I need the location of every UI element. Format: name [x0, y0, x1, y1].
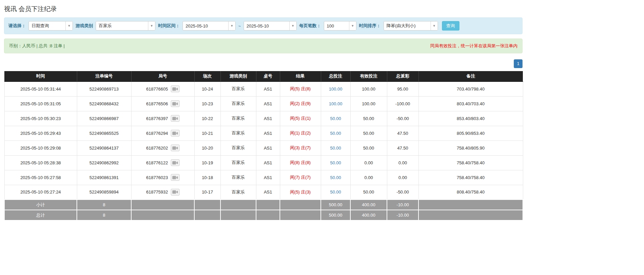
query-type-value: 日期查询 — [29, 21, 65, 30]
table-row: 2025-05-10 05:30:23522490866987618776397… — [4, 111, 523, 126]
per-page-dropdown[interactable]: 100 ▼ — [324, 21, 356, 31]
query-type-label: 请选择： — [8, 23, 26, 29]
cell-time: 2025-05-10 05:27:24 — [4, 185, 77, 200]
cell-time: 2025-05-10 05:31:44 — [4, 81, 77, 96]
cell-total-bet: 100.00 — [321, 96, 350, 111]
video-replay-icon[interactable] — [171, 189, 180, 196]
cell-result: 闲(5) 庄(8) — [280, 81, 321, 96]
round-number-with-replay: 618776122 — [146, 159, 179, 166]
video-replay-icon[interactable] — [171, 159, 180, 166]
cell-total-bet: 50.00 — [321, 141, 350, 155]
betting-records-table: 时间注单编号局号场次游戏类别桌号结果总投注有效投注总派彩备注 2025-05-1… — [4, 71, 523, 221]
pagination: 1 — [4, 59, 523, 68]
cell-bet-id: 522490865525 — [77, 126, 131, 141]
round-number-with-replay: 618776202 — [146, 145, 179, 151]
column-header-1: 注单编号 — [77, 71, 131, 81]
cell-result: 闲(8) 庄(8) — [280, 155, 321, 170]
page-button-1[interactable]: 1 — [514, 59, 523, 68]
game-type-value: 百家乐 — [96, 21, 148, 30]
total-bet-link[interactable]: 50.00 — [330, 160, 341, 165]
cell-result: 闲(7) 庄(7) — [280, 170, 321, 185]
video-replay-icon[interactable] — [171, 145, 180, 151]
filter-bar: 请选择： 日期查询 ▼ 游戏类别 百家乐 ▼ 时间区间： 2025-05-10 … — [4, 17, 523, 34]
result-banker: 庄(3) — [301, 189, 311, 195]
total-empty — [280, 210, 321, 220]
cell-game-type: 百家乐 — [220, 111, 256, 126]
date-to-input[interactable]: 2025-05-10 ▼ — [244, 21, 297, 31]
cell-result: 闲(5) 庄(1) — [280, 111, 321, 126]
video-replay-icon[interactable] — [171, 100, 180, 107]
cell-payout: 0.00 — [387, 170, 418, 185]
chevron-down-icon[interactable]: ▼ — [65, 21, 72, 30]
cell-result: 闲(5) 庄(3) — [280, 185, 321, 200]
cell-bet-id: 522490866987 — [77, 111, 131, 126]
total-bet-link[interactable]: 50.00 — [330, 146, 341, 151]
game-type-dropdown[interactable]: 百家乐 ▼ — [96, 21, 155, 31]
search-button[interactable]: 查询 — [442, 21, 459, 31]
cell-round: 618775932 — [131, 185, 194, 200]
per-page-value: 100 — [324, 21, 349, 30]
cell-result: 闲(2) 庄(9) — [280, 96, 321, 111]
round-number: 618776506 — [146, 101, 168, 106]
cell-table-no: AS1 — [256, 141, 280, 155]
table-row: 2025-05-10 05:29:08522490864137618776202… — [4, 141, 523, 155]
cell-payout: -100.00 — [387, 96, 418, 111]
chevron-down-icon[interactable]: ▼ — [148, 21, 155, 30]
cell-game-type: 百家乐 — [220, 96, 256, 111]
table-row: 2025-05-10 05:29:43522490865525618776294… — [4, 126, 523, 141]
column-header-3: 场次 — [194, 71, 220, 81]
total-bet-link[interactable]: 100.00 — [329, 87, 342, 92]
cell-total-bet: 100.00 — [321, 81, 350, 96]
subtotal-valid-bet: 400.00 — [350, 200, 387, 210]
video-replay-icon[interactable] — [171, 174, 180, 181]
cell-valid-bet: 50.00 — [350, 126, 387, 141]
cell-total-bet: 50.00 — [321, 170, 350, 185]
total-empty — [220, 210, 256, 220]
per-page-label: 每页笔数： — [299, 23, 321, 29]
chevron-down-icon[interactable]: ▼ — [349, 21, 356, 30]
video-replay-icon[interactable] — [171, 130, 180, 136]
total-payout: -10.00 — [387, 210, 418, 220]
total-bet-link[interactable]: 50.00 — [330, 189, 341, 195]
sort-dropdown[interactable]: 降幂(由大到小) ▼ — [384, 21, 438, 31]
chevron-down-icon[interactable]: ▼ — [431, 21, 438, 30]
date-from-input[interactable]: 2025-05-10 ▼ — [183, 21, 236, 31]
total-bet-link[interactable]: 100.00 — [329, 101, 342, 106]
round-number-with-replay: 618776506 — [146, 100, 179, 107]
result-player: 闲(1) — [290, 130, 300, 135]
query-type-dropdown[interactable]: 日期查询 ▼ — [29, 21, 73, 31]
time-range-label: 时间区间： — [158, 23, 180, 29]
cell-round: 618776506 — [131, 96, 194, 111]
cell-valid-bet: 50.00 — [350, 111, 387, 126]
cell-session: 10-20 — [194, 141, 220, 155]
sort-label: 时间排序： — [359, 23, 381, 29]
total-empty — [131, 210, 194, 220]
cell-round: 618776122 — [131, 155, 194, 170]
video-replay-icon[interactable] — [171, 86, 180, 92]
cell-result: 闲(3) 庄(7) — [280, 141, 321, 155]
round-number-with-replay: 618776023 — [146, 174, 179, 181]
total-bet-link[interactable]: 50.00 — [330, 175, 341, 180]
round-number-with-replay: 618775932 — [146, 189, 179, 196]
round-number: 618775932 — [146, 189, 168, 195]
cell-result: 闲(1) 庄(2) — [280, 126, 321, 141]
column-header-6: 结果 — [280, 71, 321, 81]
subtotal-empty — [280, 200, 321, 210]
result-banker: 庄(9) — [301, 101, 311, 106]
cell-time: 2025-05-10 05:30:23 — [4, 111, 77, 126]
subtotal-empty — [194, 200, 220, 210]
cell-session: 10-23 — [194, 96, 220, 111]
total-empty — [256, 210, 280, 220]
video-camera-glyph — [172, 116, 178, 121]
chevron-down-icon[interactable]: ▼ — [228, 21, 235, 30]
table-body: 2025-05-10 05:31:44522490869713618776605… — [4, 81, 523, 200]
round-number: 618776202 — [146, 146, 168, 151]
total-bet-link[interactable]: 50.00 — [330, 116, 341, 121]
subtotal-empty — [256, 200, 280, 210]
cell-bet-id: 522490861391 — [77, 170, 131, 185]
total-bet-link[interactable]: 50.00 — [330, 131, 341, 136]
cell-valid-bet: 100.00 — [350, 96, 387, 111]
video-replay-icon[interactable] — [171, 115, 180, 122]
video-camera-glyph — [172, 146, 178, 150]
chevron-down-icon[interactable]: ▼ — [289, 21, 296, 30]
